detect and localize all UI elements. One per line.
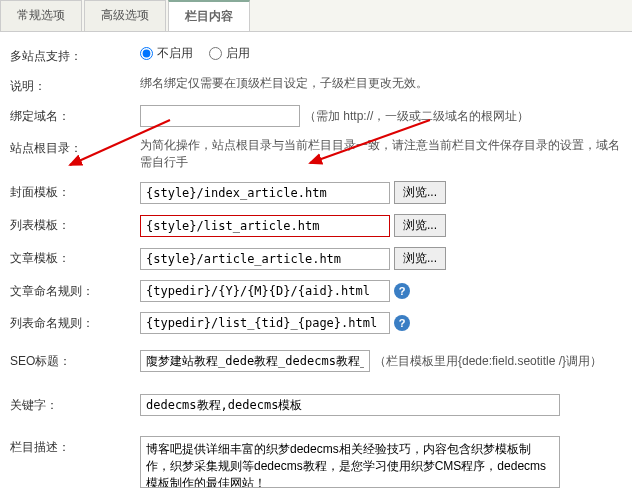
input-articlerule[interactable] bbox=[140, 280, 390, 302]
label-listrule: 列表命名规则： bbox=[10, 312, 140, 332]
radio-multisite-off[interactable]: 不启用 bbox=[140, 45, 193, 62]
textarea-columndesc[interactable]: 博客吧提供详细丰富的织梦dedecms相关经验技巧，内容包含织梦模板制作，织梦采… bbox=[140, 436, 560, 488]
label-desc: 说明： bbox=[10, 75, 140, 95]
label-articletpl: 文章模板： bbox=[10, 247, 140, 267]
label-binddomain: 绑定域名： bbox=[10, 105, 140, 125]
input-listrule[interactable] bbox=[140, 312, 390, 334]
input-covertpl[interactable] bbox=[140, 182, 390, 204]
tab-general[interactable]: 常规选项 bbox=[0, 0, 82, 31]
label-keywords: 关键字： bbox=[10, 394, 140, 414]
input-seotitle[interactable] bbox=[140, 350, 370, 372]
input-binddomain[interactable] bbox=[140, 105, 300, 127]
label-multisite: 多站点支持： bbox=[10, 45, 140, 65]
binddomain-hint: （需加 http://，一级或二级域名的根网址） bbox=[304, 108, 529, 125]
browse-covertpl[interactable]: 浏览... bbox=[394, 181, 446, 204]
help-icon[interactable]: ? bbox=[394, 283, 410, 299]
label-articlerule: 文章命名规则： bbox=[10, 280, 140, 300]
input-articletpl[interactable] bbox=[140, 248, 390, 270]
input-listtpl[interactable] bbox=[140, 215, 390, 237]
browse-articletpl[interactable]: 浏览... bbox=[394, 247, 446, 270]
help-icon[interactable]: ? bbox=[394, 315, 410, 331]
tab-column[interactable]: 栏目内容 bbox=[168, 0, 250, 31]
label-columndesc: 栏目描述： bbox=[10, 436, 140, 456]
browse-listtpl[interactable]: 浏览... bbox=[394, 214, 446, 237]
label-listtpl: 列表模板： bbox=[10, 214, 140, 234]
desc-text: 绑名绑定仅需要在顶级栏目设定，子级栏目更改无效。 bbox=[140, 75, 428, 92]
label-siteroot: 站点根目录： bbox=[10, 137, 140, 157]
label-covertpl: 封面模板： bbox=[10, 181, 140, 201]
seo-note: （栏目模板里用{dede:field.seotitle /}调用） bbox=[374, 353, 602, 370]
tab-advanced[interactable]: 高级选项 bbox=[84, 0, 166, 31]
siteroot-hint: 为简化操作，站点根目录与当前栏目目录一致，请注意当前栏目文件保存目录的设置，域名… bbox=[140, 137, 622, 171]
radio-multisite-on[interactable]: 启用 bbox=[209, 45, 250, 62]
label-seotitle: SEO标题： bbox=[10, 350, 140, 370]
input-keywords[interactable] bbox=[140, 394, 560, 416]
